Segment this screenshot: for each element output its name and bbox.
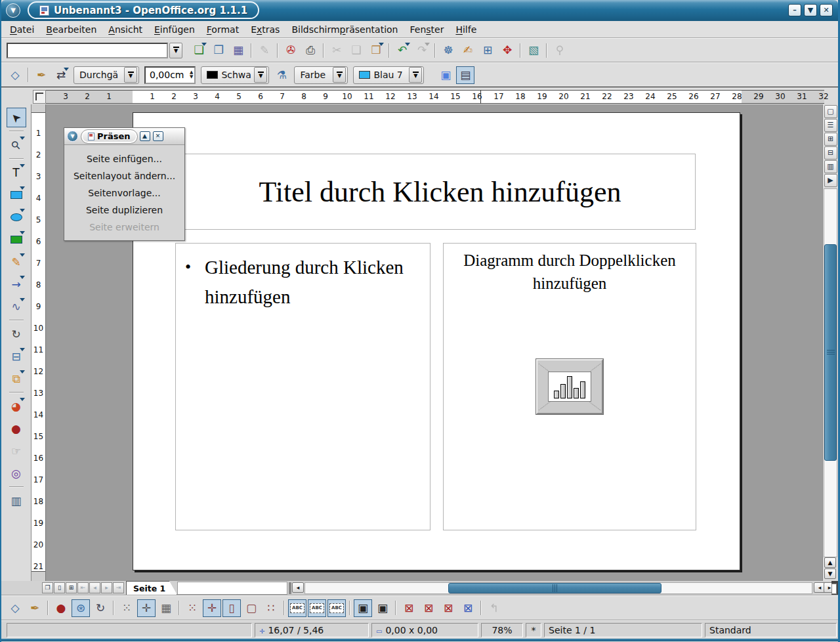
curve-tool-button[interactable]: ✎	[7, 252, 26, 272]
rotate-tool-button[interactable]: ↻	[7, 324, 26, 344]
slide[interactable]: Titel durch Klicken hinzufügen • Glieder…	[133, 112, 740, 570]
guides-to-front-button[interactable]: ▦	[157, 599, 175, 617]
title-placeholder[interactable]: Titel durch Klicken hinzufügen	[184, 154, 696, 230]
zoom-tool-button[interactable]: ⚲	[7, 135, 26, 155]
window-menu-button[interactable]: ▼	[6, 3, 20, 18]
panel-close-button[interactable]: ✕	[153, 131, 163, 141]
insert-tool-button[interactable]: ◕	[7, 396, 26, 416]
insert-graphics-button[interactable]: ▧	[524, 41, 543, 59]
maximize-button[interactable]: ▼	[804, 4, 817, 16]
glue-points-mode-button[interactable]: ✒	[26, 599, 44, 617]
url-dropdown-button[interactable]	[169, 43, 182, 58]
stylist-button[interactable]: ✍	[459, 41, 477, 59]
outline-placeholder[interactable]: • Gliederung durch Klicken hinzufügen	[175, 243, 430, 530]
fill-bucket-button[interactable]: ⚗	[272, 66, 291, 84]
menu-hilfe[interactable]: Hilfe	[450, 22, 482, 37]
presentation-panel-titlebar[interactable]: ▼ Präsen ▲ ✕	[64, 128, 184, 145]
menu-fenster[interactable]: Fenster	[404, 22, 450, 37]
vertical-scrollbar[interactable]	[824, 188, 837, 557]
document-canvas[interactable]: Titel durch Klicken hinzufügen • Glieder…	[46, 104, 822, 581]
drawing-view-button[interactable]: ▢	[824, 105, 837, 118]
slides-view-mini-button[interactable]: ⊞	[66, 582, 77, 593]
zoom-page-button[interactable]: ✥	[498, 41, 516, 59]
contour-mode-button[interactable]: ⊠	[419, 599, 438, 617]
save-document-button[interactable]: ▦	[229, 41, 247, 59]
undo-button[interactable]: ↶	[393, 41, 411, 59]
handout-view-button[interactable]: ▥	[824, 160, 837, 173]
notes-view-button[interactable]: ⊟	[824, 146, 837, 160]
panel-item-seite-einf-gen[interactable]: Seite einfügen...	[64, 150, 184, 167]
snap-to-margins-button[interactable]: ▯	[222, 599, 241, 617]
alignment-tool-button[interactable]: ⊟	[7, 347, 26, 366]
slides-view-button[interactable]: ⊞	[824, 133, 837, 146]
edit-points-button[interactable]: ◇	[6, 66, 24, 84]
chart-placeholder-icon[interactable]	[536, 359, 603, 414]
fill-color-combobox[interactable]: Blau 7	[353, 66, 424, 84]
arrow-ends-button[interactable]: ⇄	[52, 66, 70, 84]
simple-handles-button[interactable]: ▣	[354, 599, 372, 617]
spinner-buttons[interactable]: ▲▼	[188, 70, 193, 79]
double-click-to-edit-text-button[interactable]: ABC	[327, 599, 346, 617]
quick-edit-button[interactable]: ABC	[288, 599, 306, 617]
line-style-pen-button[interactable]: ✒	[32, 66, 51, 84]
3d-effects-tool-button[interactable]: ◎	[7, 463, 26, 483]
show-guides-button[interactable]: ✛	[137, 599, 156, 617]
rectangle-tool-button[interactable]	[7, 185, 26, 205]
presentation-screen-tool-button[interactable]: ▥	[7, 491, 26, 511]
close-button[interactable]: ✕	[820, 4, 833, 16]
snap-to-guides-button[interactable]: ✛	[203, 599, 221, 617]
allow-interaction-button[interactable]: ⊛	[72, 599, 90, 617]
menu-einfgen[interactable]: Einfügen	[148, 22, 201, 37]
interaction-tool-button[interactable]: ☞	[7, 441, 26, 461]
panel-menu-button[interactable]: ▼	[67, 131, 78, 142]
minimize-button[interactable]: –	[788, 4, 801, 16]
horizontal-scrollbar[interactable]	[304, 582, 812, 594]
new-document-button[interactable]: ❏	[190, 41, 208, 59]
gallery-button[interactable]: ⊞	[478, 41, 497, 59]
3d-objects-tool-button[interactable]	[7, 230, 26, 249]
fill-color-dropdown[interactable]	[409, 67, 422, 83]
chart-placeholder[interactable]: Diagramm durch Doppelklicken hinzufügen	[443, 243, 696, 530]
outline-view-button[interactable]: ☰	[824, 119, 837, 132]
navigator-button[interactable]: ☸	[439, 41, 457, 59]
line-color-dropdown[interactable]	[254, 67, 267, 83]
menu-ansicht[interactable]: Ansicht	[102, 22, 148, 37]
picture-placeholder-button[interactable]: ⊠	[400, 599, 418, 617]
snap-to-object-points-button[interactable]: ∷	[262, 599, 280, 617]
connector-tool-button[interactable]: ∿	[7, 297, 26, 316]
menu-bildschirmprsentation[interactable]: Bildschirmpräsentation	[285, 22, 404, 37]
drawing-view-mini-button[interactable]: ❐	[42, 582, 53, 593]
rotation-mode-button[interactable]: ↻	[91, 599, 110, 617]
panel-item-seitenvorlage[interactable]: Seitenvorlage...	[64, 184, 184, 202]
fill-type-dropdown[interactable]	[333, 67, 346, 83]
shadow-button[interactable]: ▣	[436, 66, 455, 84]
show-grid-button[interactable]: ⁙	[117, 599, 136, 617]
scroll-left-button[interactable]: ◂	[292, 582, 304, 593]
menu-bearbeiten[interactable]: Bearbeiten	[40, 22, 102, 37]
panel-rollup-button[interactable]: ▲	[140, 131, 150, 141]
open-document-button[interactable]: ❐	[209, 41, 228, 59]
panel-item-seitenlayout-ndern[interactable]: Seitenlayout ändern...	[64, 167, 184, 184]
select-tool-button[interactable]: ➤	[7, 108, 26, 127]
line-color-combobox[interactable]: Schwa	[201, 66, 269, 84]
fill-type-combobox[interactable]: Farbe	[294, 66, 348, 84]
line-style-combobox[interactable]: Durchgä	[74, 66, 139, 84]
edit-points-mode-button[interactable]: ◇	[6, 599, 24, 617]
presentation-box-toggle-button[interactable]: ▤	[456, 66, 474, 84]
start-presentation-button[interactable]: ▶	[824, 174, 837, 187]
text-tool-button[interactable]: T	[7, 163, 26, 182]
scroll-down-button[interactable]: ▼	[824, 568, 836, 579]
scroll-up-button[interactable]: ▲	[824, 557, 836, 568]
paste-button[interactable]: ❒	[367, 41, 385, 59]
horizontal-scrollbar-thumb[interactable]	[448, 583, 662, 593]
status-style-cell[interactable]: Standard	[705, 623, 837, 637]
status-zoom-cell[interactable]: 78%	[481, 623, 523, 637]
allow-effects-button[interactable]: ●	[52, 599, 70, 617]
panel-item-seite-duplizieren[interactable]: Seite duplizieren	[64, 202, 184, 219]
select-text-area-only-button[interactable]: ABC	[308, 599, 326, 617]
arrange-tool-button[interactable]: ⧉	[7, 369, 26, 389]
url-input[interactable]	[7, 43, 168, 58]
snap-to-object-border-button[interactable]: ▢	[242, 599, 261, 617]
effects-tool-button[interactable]: ●	[7, 419, 26, 439]
menu-extras[interactable]: Extras	[245, 22, 285, 37]
